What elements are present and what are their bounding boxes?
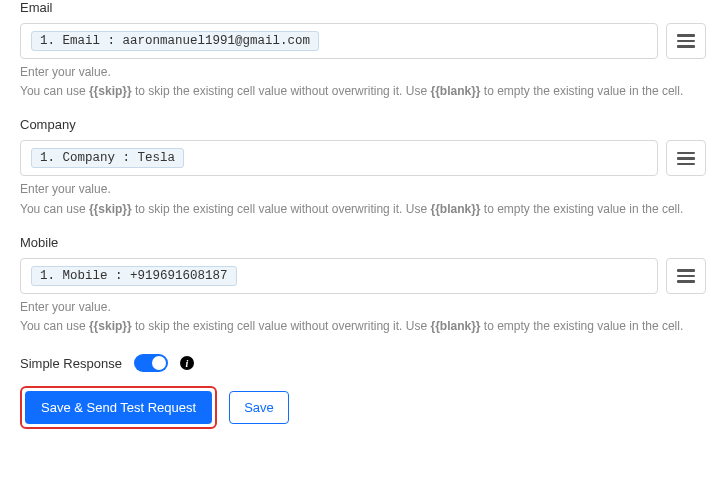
field-label-company: Company <box>20 117 706 132</box>
menu-button-email[interactable] <box>666 23 706 59</box>
token-email[interactable]: 1. Email : aaronmanuel1991@gmail.com <box>31 31 319 51</box>
menu-button-company[interactable] <box>666 140 706 176</box>
simple-response-toggle[interactable] <box>134 354 168 372</box>
input-mobile[interactable]: 1. Mobile : +919691608187 <box>20 258 658 294</box>
button-row: Save & Send Test Request Save <box>20 386 706 429</box>
field-group-mobile: Mobile 1. Mobile : +919691608187 Enter y… <box>20 235 706 336</box>
simple-response-label: Simple Response <box>20 356 122 371</box>
input-company[interactable]: 1. Company : Tesla <box>20 140 658 176</box>
field-group-company: Company 1. Company : Tesla Enter your va… <box>20 117 706 218</box>
input-row-email: 1. Email : aaronmanuel1991@gmail.com <box>20 23 706 59</box>
field-label-email: Email <box>20 0 706 15</box>
menu-button-mobile[interactable] <box>666 258 706 294</box>
help-text-email: Enter your value. You can use {{skip}} t… <box>20 63 706 101</box>
info-icon[interactable]: i <box>180 356 194 370</box>
hamburger-icon <box>677 34 695 37</box>
hamburger-icon <box>677 269 695 272</box>
token-company[interactable]: 1. Company : Tesla <box>31 148 184 168</box>
save-button[interactable]: Save <box>229 391 289 424</box>
hamburger-icon <box>677 152 695 155</box>
input-row-company: 1. Company : Tesla <box>20 140 706 176</box>
primary-button-highlight: Save & Send Test Request <box>20 386 217 429</box>
field-label-mobile: Mobile <box>20 235 706 250</box>
input-email[interactable]: 1. Email : aaronmanuel1991@gmail.com <box>20 23 658 59</box>
token-mobile[interactable]: 1. Mobile : +919691608187 <box>31 266 237 286</box>
simple-response-row: Simple Response i <box>20 354 706 372</box>
help-text-mobile: Enter your value. You can use {{skip}} t… <box>20 298 706 336</box>
save-send-test-button[interactable]: Save & Send Test Request <box>25 391 212 424</box>
help-text-company: Enter your value. You can use {{skip}} t… <box>20 180 706 218</box>
field-group-email: Email 1. Email : aaronmanuel1991@gmail.c… <box>20 0 706 101</box>
input-row-mobile: 1. Mobile : +919691608187 <box>20 258 706 294</box>
